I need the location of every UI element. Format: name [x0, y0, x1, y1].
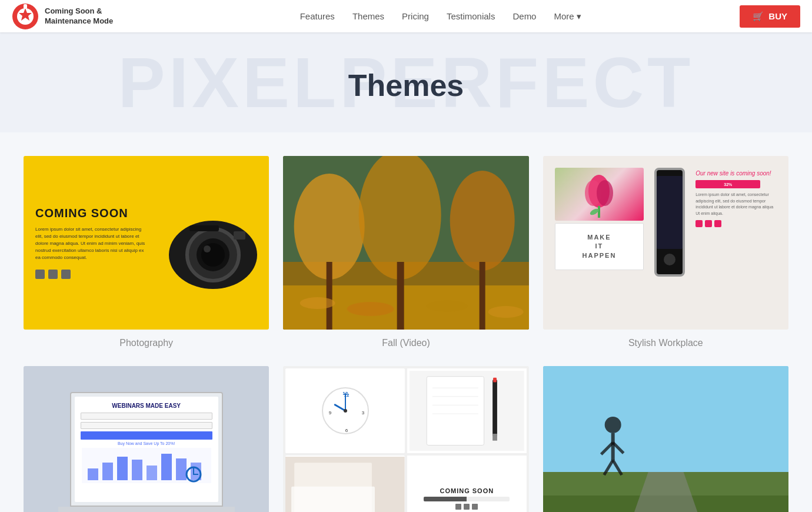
svg-rect-18: [480, 262, 485, 330]
nav-testimonials[interactable]: Testimonials: [447, 11, 495, 21]
photography-social-icons: [35, 270, 147, 279]
cs-lower-title: COMING SOON: [440, 487, 494, 494]
clock-face: 12 12 3 6 9: [322, 387, 369, 434]
theme-card-clock: 12 12 3 6 9: [283, 366, 528, 512]
svg-rect-35: [176, 458, 187, 480]
phone-shape: [654, 168, 685, 277]
webinar-link: Buy Now and Save Up To 20%!: [81, 441, 212, 445]
logo[interactable]: Coming Soon & Maintenance Mode: [12, 3, 141, 30]
svg-rect-53: [291, 487, 375, 512]
svg-point-20: [347, 302, 394, 316]
clock-ticks: 12 3 6 9: [323, 388, 370, 435]
svg-rect-9: [234, 231, 245, 240]
svg-text:3: 3: [361, 410, 364, 415]
svg-rect-50: [493, 378, 497, 383]
svg-rect-48: [492, 380, 497, 437]
cs-lower-cell: COMING SOON: [407, 456, 527, 512]
cs-lower-bar: [424, 497, 510, 501]
laptop-screen: WEBINARS MADE EASY Buy Now and Save Up T…: [75, 397, 218, 502]
cs-gp-icon: [472, 504, 478, 510]
notebook-area: MAKE IT HAPPEN: [555, 223, 644, 270]
workplace-social: [695, 220, 777, 227]
logo-icon: [12, 3, 39, 30]
notebook-cell: [407, 368, 527, 453]
svg-rect-16: [327, 262, 332, 330]
theme-card-runner: COMING SOON Your name Your email address…: [543, 366, 788, 512]
svg-point-7: [204, 245, 211, 252]
nav-pricing[interactable]: Pricing: [402, 11, 429, 21]
theme-thumb-clock[interactable]: 12 12 3 6 9: [283, 366, 528, 512]
logo-text: Coming Soon & Maintenance Mode: [45, 6, 113, 26]
laptop-shape: WEBINARS MADE EASY Buy Now and Save Up T…: [70, 392, 223, 507]
theme-label-fall: Fall (Video): [382, 338, 430, 348]
theme-thumb-photography[interactable]: COMING SOON Lorem ipsum dolor sit amet, …: [24, 156, 269, 330]
workplace-body: Lorem ipsum dolor sit amet, consectetur …: [695, 192, 777, 217]
hero-section: PIXELPERFECT Themes: [0, 32, 812, 132]
chevron-down-icon: ▾: [577, 11, 581, 22]
buy-button[interactable]: 🛒 BUY: [740, 5, 800, 28]
svg-point-57: [604, 417, 621, 433]
laptop-base: [58, 507, 235, 512]
webinar-screen-title: WEBINARS MADE EASY: [81, 403, 212, 409]
cart-icon: 🛒: [753, 11, 764, 22]
svg-rect-17: [397, 262, 404, 330]
tulip-svg: [581, 171, 617, 218]
webinar-trial-btn: [81, 431, 212, 440]
workplace-site-text: Our new site is coming soon!: [695, 170, 777, 177]
webinar-email-input: [81, 422, 212, 429]
webinar-name-input: [81, 413, 212, 420]
theme-card-workplace: MAKE IT HAPPEN Our new site is coming so…: [543, 156, 788, 348]
workplace-visuals: MAKE IT HAPPEN: [555, 168, 644, 270]
svg-rect-33: [147, 466, 157, 480]
theme-thumb-webinar[interactable]: WEBINARS MADE EASY Buy Now and Save Up T…: [24, 366, 269, 512]
nav-themes[interactable]: Themes: [352, 11, 384, 21]
clock-cell: 12 12 3 6 9: [285, 368, 405, 453]
svg-rect-29: [88, 468, 98, 480]
camera-side: [147, 196, 258, 290]
svg-point-14: [359, 156, 441, 280]
cs-fb-icon: [455, 504, 461, 510]
cs-lower-bar-fill: [424, 497, 467, 501]
svg-text:6: 6: [345, 428, 348, 433]
photography-body: Lorem ipsum dolor sit amet, consectetur …: [35, 226, 147, 261]
nav-more[interactable]: More ▾: [554, 11, 581, 22]
wp-gplus-icon: [714, 220, 721, 227]
svg-rect-26: [598, 206, 600, 218]
svg-point-21: [427, 300, 468, 312]
bottom-left-cell: [285, 456, 405, 512]
photography-text-side: COMING SOON Lorem ipsum dolor sit amet, …: [35, 207, 147, 279]
nav-features[interactable]: Features: [300, 11, 335, 21]
svg-point-22: [488, 306, 524, 318]
laptop-container: WEBINARS MADE EASY Buy Now and Save Up T…: [58, 392, 235, 512]
main-nav: Features Themes Pricing Testimonials Dem…: [141, 11, 740, 22]
cs-tw-icon: [464, 504, 470, 510]
svg-point-15: [450, 171, 515, 271]
svg-rect-49: [492, 434, 497, 441]
theme-thumb-workplace[interactable]: MAKE IT HAPPEN Our new site is coming so…: [543, 156, 788, 330]
bottom-left-svg: [285, 456, 405, 512]
themes-grid: COMING SOON Lorem ipsum dolor sit amet, …: [12, 156, 800, 512]
header: Coming Soon & Maintenance Mode Features …: [0, 0, 812, 32]
cs-lower-social: [455, 504, 478, 510]
workplace-pct: 32%: [724, 182, 732, 187]
svg-rect-8: [189, 225, 219, 231]
svg-rect-32: [132, 460, 142, 480]
workplace-right: Our new site is coming soon! 32% Lorem i…: [695, 168, 777, 230]
runner-bg-svg: [543, 366, 788, 512]
theme-thumb-fall[interactable]: We're not quite ready yet 55%: [283, 156, 528, 330]
svg-rect-2: [24, 4, 27, 9]
google-plus-icon: [61, 270, 71, 279]
svg-text:12: 12: [344, 393, 349, 398]
twitter-icon: [48, 270, 58, 279]
tulip-area: [555, 168, 644, 221]
nav-demo[interactable]: Demo: [513, 11, 536, 21]
theme-thumb-runner[interactable]: COMING SOON Your name Your email address…: [543, 366, 788, 512]
svg-rect-30: [102, 463, 113, 480]
theme-card-photography: COMING SOON Lorem ipsum dolor sit amet, …: [24, 156, 269, 348]
fall-bg-illustration: [283, 156, 528, 330]
workplace-progress: 32%: [695, 180, 760, 188]
svg-text:9: 9: [328, 410, 331, 415]
wp-facebook-icon: [695, 220, 703, 227]
theme-card-fall: We're not quite ready yet 55% Fall (Vide…: [283, 156, 528, 348]
photography-title: COMING SOON: [35, 207, 147, 220]
